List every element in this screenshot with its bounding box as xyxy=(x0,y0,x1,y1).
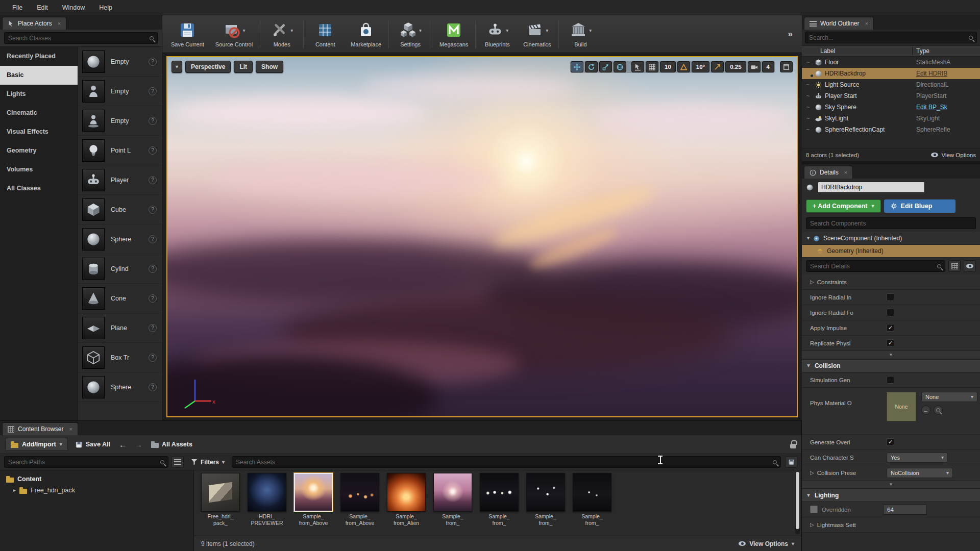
camera-speed-button[interactable] xyxy=(748,61,761,72)
display-filter-button[interactable] xyxy=(964,260,976,272)
megascans-button[interactable]: Megascans xyxy=(434,18,474,49)
help-icon[interactable]: ? xyxy=(149,117,157,125)
camera-speed-value[interactable]: 4 xyxy=(762,61,774,72)
chevron-right-icon[interactable]: ▸ xyxy=(13,488,16,493)
filters-button[interactable]: Filters ▾ xyxy=(188,459,228,466)
help-icon[interactable]: ? xyxy=(149,294,157,303)
actor-item-empty-pawn[interactable]: Empty ? xyxy=(78,77,162,106)
surface-snap-button[interactable] xyxy=(631,61,644,72)
asset-sample-from-above[interactable]: Sample_from_Above xyxy=(338,473,381,526)
component-scenecomponent[interactable]: ▾ SceneComponent (Inherited) xyxy=(802,232,980,245)
scale-tool-button[interactable] xyxy=(599,61,612,72)
edit-bp-sky-link[interactable]: Edit BP_Sk xyxy=(916,104,980,111)
outliner-row-skylight[interactable]: ~ SkyLight SkyLight xyxy=(802,113,980,124)
help-icon[interactable]: ? xyxy=(149,324,157,332)
save-search-button[interactable] xyxy=(785,456,797,468)
category-visual-effects[interactable]: Visual Effects xyxy=(0,122,78,141)
help-icon[interactable]: ? xyxy=(149,235,157,243)
can-character-dropdown[interactable]: Yes ▾ xyxy=(887,453,948,463)
actor-item-cylinder[interactable]: Cylind ? xyxy=(78,254,162,284)
blueprints-button[interactable]: ▾ Blueprints xyxy=(477,18,517,49)
toolbar-overflow-button[interactable]: » xyxy=(782,29,799,39)
checkbox-disabled[interactable] xyxy=(810,506,818,513)
marketplace-button[interactable]: Marketplace xyxy=(345,18,387,49)
asset-sample-from[interactable]: Sample_from_ xyxy=(571,473,614,526)
sources-toggle-button[interactable] xyxy=(172,456,184,468)
outliner-row-floor[interactable]: ~ Floor StaticMeshA xyxy=(802,57,980,68)
actor-item-sphere[interactable]: Sphere ? xyxy=(78,224,162,254)
close-icon[interactable]: × xyxy=(58,20,61,27)
modes-button[interactable]: ▾ Modes xyxy=(262,18,302,49)
grid-snap-value[interactable]: 10 xyxy=(660,61,676,72)
search-components-input[interactable] xyxy=(810,220,972,227)
move-tool-button[interactable] xyxy=(571,61,583,72)
property-constraints[interactable]: ▷Constraints xyxy=(802,274,980,290)
tab-place-actors[interactable]: Place Actors × xyxy=(2,17,66,30)
property-lightmass-settings[interactable]: ▷Lightmass Sett xyxy=(802,517,980,533)
asset-free-hdri-pack[interactable]: Free_hdri_pack_ xyxy=(199,473,242,526)
build-button[interactable]: ▾ Build xyxy=(560,18,600,49)
rotation-snap-button[interactable] xyxy=(677,61,690,72)
advanced-expander[interactable]: ▼ xyxy=(802,351,980,359)
perspective-button[interactable]: Perspective xyxy=(185,61,231,73)
actor-item-empty-character[interactable]: Empty ? xyxy=(78,106,162,136)
category-geometry[interactable]: Geometry xyxy=(0,141,78,160)
actor-item-cube[interactable]: Cube ? xyxy=(78,195,162,224)
edit-hdribackdrop-link[interactable]: Edit HDRIB xyxy=(916,70,980,77)
world-coordinate-button[interactable] xyxy=(614,61,626,72)
help-icon[interactable]: ? xyxy=(149,87,157,95)
component-geometry[interactable]: Geometry (Inherited) xyxy=(802,245,980,258)
forward-button[interactable]: → xyxy=(133,440,144,449)
menu-window[interactable]: Window xyxy=(56,2,91,13)
folder-content[interactable]: Content xyxy=(0,473,193,485)
use-selected-asset-button[interactable]: ← xyxy=(921,406,930,415)
asset-sample-from-alien[interactable]: Sample_from_Alien xyxy=(385,473,428,526)
actor-item-plane[interactable]: Plane ? xyxy=(78,313,162,343)
chevron-down-icon[interactable]: ▾ xyxy=(807,236,810,241)
chevron-right-icon[interactable]: ▷ xyxy=(810,280,814,285)
checkbox-checked[interactable]: ✓ xyxy=(887,324,894,332)
chevron-right-icon[interactable]: ▷ xyxy=(810,522,814,528)
asset-sample-from[interactable]: Sample_from_ xyxy=(524,473,567,526)
scale-snap-value[interactable]: 0.25 xyxy=(725,61,746,72)
close-icon[interactable]: × xyxy=(844,169,847,176)
actor-name-field[interactable] xyxy=(818,182,925,193)
help-icon[interactable]: ? xyxy=(149,383,157,391)
settings-button[interactable]: ▾ Settings xyxy=(390,18,430,49)
close-icon[interactable]: × xyxy=(865,20,868,27)
asset-hdri-previewer[interactable]: HDRI_PREVIEWER xyxy=(246,473,288,526)
checkbox-checked[interactable]: ✓ xyxy=(887,438,894,446)
actor-item-cone[interactable]: Cone ? xyxy=(78,284,162,313)
search-details-input[interactable] xyxy=(810,263,934,270)
outliner-row-sphere-reflection[interactable]: ~ SphereReflectionCapt SphereRefle xyxy=(802,124,980,135)
section-collision[interactable]: ▼ Collision xyxy=(802,359,980,372)
scale-snap-button[interactable] xyxy=(711,61,724,72)
asset-sample-from-above-selected[interactable]: Sample_from_Above xyxy=(292,473,335,526)
scrollbar[interactable] xyxy=(795,472,800,534)
menu-edit[interactable]: Edit xyxy=(31,2,54,13)
tab-world-outliner[interactable]: World Outliner × xyxy=(804,17,874,30)
tab-content-browser[interactable]: Content Browser × xyxy=(2,422,78,435)
collision-presets-dropdown[interactable]: NoCollision ▾ xyxy=(887,468,953,478)
actor-item-box-trigger[interactable]: Box Tr ? xyxy=(78,343,162,372)
actor-item-player-start[interactable]: Player ? xyxy=(78,165,162,195)
menu-file[interactable]: File xyxy=(6,2,29,13)
outliner-view-options-button[interactable]: View Options xyxy=(931,152,976,158)
category-volumes[interactable]: Volumes xyxy=(0,160,78,179)
category-lights[interactable]: Lights xyxy=(0,85,78,104)
viewport-options-button[interactable]: ▾ xyxy=(172,61,182,73)
tab-details[interactable]: Details × xyxy=(804,166,853,179)
category-basic[interactable]: Basic xyxy=(0,66,78,85)
checkbox-unchecked[interactable] xyxy=(887,309,894,316)
level-viewport[interactable]: x ▾ Perspective Lit Show 10 10° 0.25 xyxy=(166,56,798,417)
source-control-button[interactable]: ▾ Source Control xyxy=(210,18,258,49)
outliner-row-hdribackdrop[interactable]: HDRIBackdrop Edit HDRIB xyxy=(802,68,980,79)
view-options-button[interactable]: View Options ▾ xyxy=(739,540,794,547)
chevron-right-icon[interactable]: ▷ xyxy=(810,470,814,475)
add-component-button[interactable]: + Add Component ▾ xyxy=(806,199,881,213)
search-paths-input[interactable] xyxy=(8,459,157,466)
close-icon[interactable]: × xyxy=(69,426,72,432)
help-icon[interactable]: ? xyxy=(149,354,157,362)
category-cinematic[interactable]: Cinematic xyxy=(0,104,78,122)
outliner-search-input[interactable] xyxy=(809,34,966,41)
